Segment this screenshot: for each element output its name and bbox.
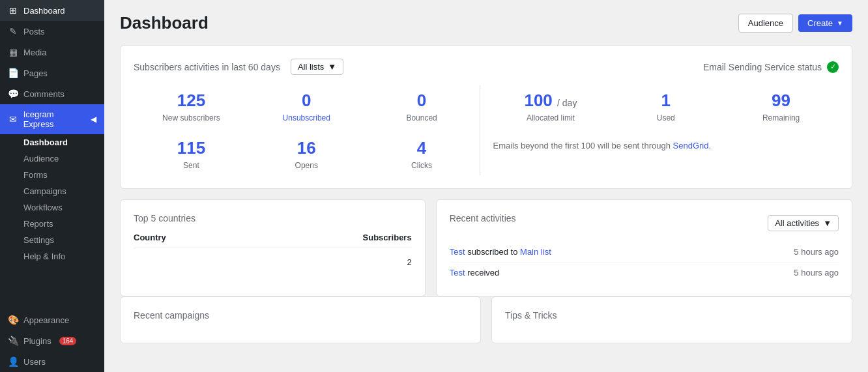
arrow-icon: ◀ xyxy=(91,115,96,124)
activity-time-1: 5 hours ago xyxy=(794,247,839,257)
page-header: Dashboard Audience Create ▼ xyxy=(120,13,852,33)
sidebar-sub-campaigns[interactable]: Campaigns xyxy=(0,183,104,199)
sidebar-item-label: Media xyxy=(23,48,46,57)
stats-row-2: 115 Sent 16 Opens 4 Clicks xyxy=(134,133,480,175)
stats-right: 100 / day Allocated limit 1 Used 99 Rema… xyxy=(480,85,839,175)
sidebar-sub-audience[interactable]: Audience xyxy=(0,150,104,167)
country-col-header: Country xyxy=(134,233,166,242)
create-button[interactable]: Create ▼ xyxy=(798,14,852,32)
email-info: Emails beyond the first 100 will be sent… xyxy=(493,141,839,150)
sidebar-item-pages[interactable]: 📄 Pages xyxy=(0,63,104,83)
dashboard-icon: ⊞ xyxy=(8,5,18,16)
sidebar-item-appearance[interactable]: 🎨 Appearance xyxy=(0,309,104,330)
comments-icon: 💬 xyxy=(8,89,18,99)
stats-left: 125 New subscribers 0 Unsubscribed 0 Bou… xyxy=(134,85,480,175)
email-stats-row: 100 / day Allocated limit 1 Used 99 Rema… xyxy=(493,85,839,128)
status-dot: ✓ xyxy=(827,61,839,73)
subscribers-cell: 2 xyxy=(407,257,411,267)
recent-campaigns-title: Recent campaigns xyxy=(134,310,467,321)
sidebar-sub-settings[interactable]: Settings xyxy=(0,232,104,248)
countries-title: Top 5 countries xyxy=(134,213,412,223)
sidebar-item-plugins[interactable]: 🔌 Plugins 164 xyxy=(0,330,104,351)
activity-link-test1[interactable]: Test xyxy=(450,247,465,257)
activities-title: Recent activities xyxy=(450,213,516,223)
tips-title: Tips & Tricks xyxy=(505,310,839,321)
audience-button[interactable]: Audience xyxy=(738,14,793,33)
sidebar-sub-dashboard[interactable]: Dashboard xyxy=(0,134,104,150)
sidebar-item-posts[interactable]: ✎ Posts xyxy=(0,21,104,42)
sidebar-item-label: Icegram Express xyxy=(23,109,85,129)
bounced-value: 0 xyxy=(367,91,477,111)
unsubscribed-label: Unsubscribed xyxy=(252,113,362,122)
pages-icon: 📄 xyxy=(8,68,18,78)
sidebar-item-comments[interactable]: 💬 Comments xyxy=(0,83,104,104)
sidebar-item-label: Dashboard xyxy=(23,6,65,16)
countries-card: Top 5 countries Country Subscribers 2 xyxy=(120,199,426,296)
activity-link-main[interactable]: Main list xyxy=(520,247,551,257)
clicks-stat: 4 Clicks xyxy=(364,133,480,175)
recent-campaigns-card: Recent campaigns xyxy=(120,296,481,343)
countries-table-header: Country Subscribers xyxy=(134,233,412,248)
icegram-icon: ✉ xyxy=(8,114,18,124)
clicks-label: Clicks xyxy=(367,161,477,170)
stats-row-1: 125 New subscribers 0 Unsubscribed 0 Bou… xyxy=(134,85,480,128)
sidebar-sub-workflows[interactable]: Workflows xyxy=(0,199,104,216)
activities-header: Recent activities All activities ▼ xyxy=(450,213,839,233)
stats-body: 125 New subscribers 0 Unsubscribed 0 Bou… xyxy=(134,85,839,175)
remaining-stat: 99 Remaining xyxy=(723,85,839,128)
activity-text-2: Test received xyxy=(450,268,500,278)
chevron-down-icon: ▼ xyxy=(837,20,843,27)
activities-filter-label: All activities xyxy=(775,218,819,228)
all-lists-dropdown[interactable]: All lists ▼ xyxy=(291,59,343,75)
filter-label: All lists xyxy=(298,62,324,72)
chevron-down-icon: ▼ xyxy=(823,218,832,228)
sidebar-item-label: Users xyxy=(23,357,46,367)
new-subscribers-stat: 125 New subscribers xyxy=(134,85,249,128)
opens-label: Opens xyxy=(252,161,362,170)
sendgrid-link[interactable]: SendGrid xyxy=(673,141,709,150)
sidebar-sub-forms[interactable]: Forms xyxy=(0,167,104,183)
remaining-label: Remaining xyxy=(726,113,836,122)
activities-filter-dropdown[interactable]: All activities ▼ xyxy=(768,215,839,231)
tips-card: Tips & Tricks xyxy=(491,296,852,343)
stats-title: Subscribers activities in last 60 days xyxy=(134,62,280,72)
used-stat: 1 Used xyxy=(608,85,723,128)
media-icon: ▦ xyxy=(8,47,18,57)
stats-card: Subscribers activities in last 60 days A… xyxy=(120,45,852,189)
activity-link-test2[interactable]: Test xyxy=(450,268,465,278)
sidebar-sub-help[interactable]: Help & Info xyxy=(0,248,104,265)
users-icon: 👤 xyxy=(8,356,18,367)
used-value: 1 xyxy=(611,91,721,111)
bottom-row: Recent campaigns Tips & Tricks xyxy=(120,296,852,343)
sidebar-item-users[interactable]: 👤 Users xyxy=(0,351,104,372)
table-row: 2 xyxy=(134,253,412,271)
posts-icon: ✎ xyxy=(8,26,18,36)
opens-value: 16 xyxy=(252,138,362,158)
bounced-stat: 0 Bounced xyxy=(364,85,480,128)
sidebar-item-dashboard-top[interactable]: ⊞ Dashboard xyxy=(0,0,104,21)
email-status-title: Email Sending Service status ✓ xyxy=(703,61,839,73)
page-title: Dashboard xyxy=(120,13,209,33)
activity-time-2: 5 hours ago xyxy=(794,268,839,278)
allocated-value: 100 / day xyxy=(496,91,606,111)
new-subscribers-value: 125 xyxy=(136,91,246,111)
sidebar-item-icegram[interactable]: ✉ Icegram Express ◀ xyxy=(0,104,104,134)
sent-label: Sent xyxy=(136,161,246,170)
sidebar-item-label: Pages xyxy=(23,68,48,78)
main-content: Dashboard Audience Create ▼ Subscribers … xyxy=(104,0,868,372)
sidebar-item-media[interactable]: ▦ Media xyxy=(0,42,104,63)
activity-row: Test subscribed to Main list 5 hours ago xyxy=(450,242,839,263)
header-actions: Audience Create ▼ xyxy=(738,14,852,33)
subscribers-col-header: Subscribers xyxy=(363,233,412,242)
sidebar-item-label: Appearance xyxy=(23,315,69,325)
clicks-value: 4 xyxy=(367,138,477,158)
bounced-label: Bounced xyxy=(367,113,477,122)
remaining-value: 99 xyxy=(726,91,836,111)
activity-text-1: Test subscribed to Main list xyxy=(450,247,551,257)
sidebar: ⊞ Dashboard ✎ Posts ▦ Media 📄 Pages 💬 Co… xyxy=(0,0,104,372)
opens-stat: 16 Opens xyxy=(249,133,364,175)
appearance-icon: 🎨 xyxy=(8,315,18,325)
sidebar-sub-reports[interactable]: Reports xyxy=(0,216,104,232)
sidebar-item-label: Comments xyxy=(23,89,65,99)
unsubscribed-value: 0 xyxy=(252,91,362,111)
